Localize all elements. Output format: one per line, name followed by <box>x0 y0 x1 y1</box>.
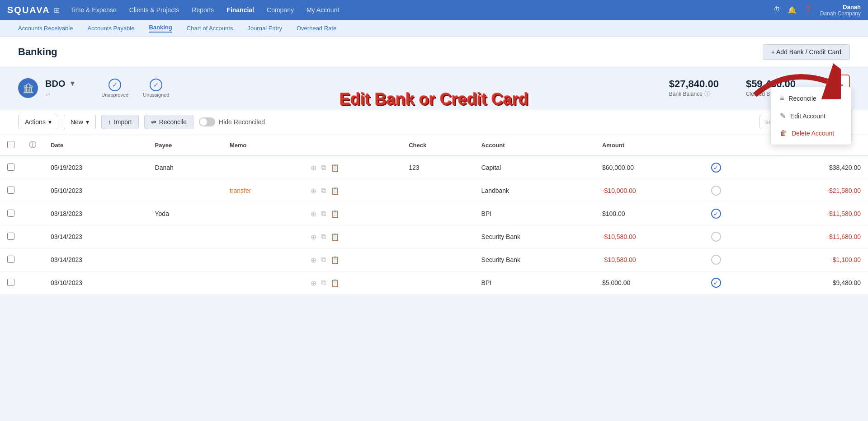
cleared-empty-icon[interactable] <box>711 232 721 242</box>
nav-my-account[interactable]: My Account <box>307 6 339 14</box>
row-checkbox-4[interactable] <box>7 256 14 263</box>
row-amount: -$10,580.00 <box>595 225 704 248</box>
copy-icon[interactable]: ⧉ <box>321 187 326 195</box>
row-checkbox-0[interactable] <box>7 164 14 171</box>
user-menu[interactable]: Danah Danah Company <box>820 4 861 17</box>
cleared-empty-icon[interactable] <box>711 255 721 265</box>
row-payee <box>148 248 222 271</box>
select-all-checkbox[interactable] <box>7 141 14 148</box>
dashboard-icon[interactable]: ⊞ <box>54 6 60 14</box>
user-company: Danah Company <box>820 10 861 17</box>
row-amount: $60,000.00 <box>595 156 704 179</box>
row-date: 03/10/2023 <box>43 271 148 295</box>
cleared-check-icon[interactable]: ✓ <box>711 209 721 219</box>
nav-time-expense[interactable]: Time & Expense <box>71 6 117 14</box>
row-action-icons: ⊕ ⧉ 📋 <box>303 156 401 179</box>
attach-icon[interactable]: 📋 <box>330 187 340 195</box>
row-amount: $5,000.00 <box>595 271 704 295</box>
row-payee <box>148 225 222 248</box>
help-icon[interactable]: ❓ <box>804 6 813 14</box>
nav-reports[interactable]: Reports <box>192 6 214 14</box>
row-action-icons: ⊕ ⧉ 📋 <box>303 202 401 225</box>
add-icon[interactable]: ⊕ <box>311 233 316 241</box>
row-check <box>401 202 474 225</box>
row-checkbox-2[interactable] <box>7 210 14 217</box>
menu-item-reconcile[interactable]: ≡ Reconcile <box>771 90 851 107</box>
copy-icon[interactable]: ⧉ <box>321 164 326 172</box>
row-memo <box>222 225 303 248</box>
add-icon[interactable]: ⊕ <box>311 187 316 195</box>
new-button[interactable]: New ▾ <box>64 115 96 129</box>
row-cleared <box>704 179 759 202</box>
edit-menu-label: Edit Account <box>790 112 826 120</box>
header-help-icon[interactable]: ⓘ <box>29 141 36 149</box>
add-icon[interactable]: ⊕ <box>311 164 316 172</box>
row-amount: -$10,580.00 <box>595 248 704 271</box>
subnav-accounts-receivable[interactable]: Accounts Receivable <box>18 25 73 32</box>
cleared-check-icon[interactable]: ✓ <box>711 163 721 173</box>
copy-icon[interactable]: ⧉ <box>321 279 326 287</box>
attach-icon[interactable]: 📋 <box>330 210 340 218</box>
copy-icon[interactable]: ⧉ <box>321 210 326 218</box>
attach-icon[interactable]: 📋 <box>330 233 340 241</box>
reconcile-button[interactable]: ⇌ Reconcile <box>144 115 193 129</box>
cleared-check-icon[interactable]: ✓ <box>711 278 721 288</box>
attach-icon[interactable]: 📋 <box>330 256 340 264</box>
row-account: BPI <box>474 202 595 225</box>
row-action-icons: ⊕ ⧉ 📋 <box>303 225 401 248</box>
th-amount: Amount <box>595 135 704 156</box>
nav-company[interactable]: Company <box>267 6 294 14</box>
row-help-cell <box>22 156 43 179</box>
import-button[interactable]: ↑ Import <box>101 115 139 129</box>
hide-reconciled-toggle[interactable] <box>199 117 215 126</box>
row-checkbox-3[interactable] <box>7 233 14 240</box>
row-check: 123 <box>401 156 474 179</box>
top-nav-right: ⏱ 🔔 ❓ Danah Danah Company <box>773 4 861 17</box>
th-help: ⓘ <box>22 135 43 156</box>
unapproved-check: ✓ <box>108 79 121 91</box>
subnav-journal-entry[interactable]: Journal Entry <box>247 25 282 32</box>
subnav-banking[interactable]: Banking <box>149 24 172 33</box>
row-action-icons: ⊕ ⧉ 📋 <box>303 179 401 202</box>
row-amount: $100.00 <box>595 202 704 225</box>
row-account: Security Bank <box>474 248 595 271</box>
table-header-row: ⓘ Date Payee Memo Check Account Amount <box>0 135 868 156</box>
nav-clients-projects[interactable]: Clients & Projects <box>129 6 179 14</box>
row-action-icons: ⊕ ⧉ 📋 <box>303 248 401 271</box>
add-bank-button[interactable]: + Add Bank / Credit Card <box>763 44 850 60</box>
row-checkbox-cell <box>0 202 22 225</box>
th-cleared <box>704 135 759 156</box>
actions-button[interactable]: Actions ▾ <box>18 115 58 129</box>
row-help-cell <box>22 248 43 271</box>
th-check: Check <box>401 135 474 156</box>
bank-dropdown-arrow[interactable]: ▼ <box>69 80 76 88</box>
table-row: 03/10/2023 ⊕ ⧉ 📋 BPI$5,000.00 ✓ $9,480.0… <box>0 271 868 295</box>
attach-icon[interactable]: 📋 <box>330 164 340 172</box>
attach-icon[interactable]: 📋 <box>330 279 340 287</box>
add-icon[interactable]: ⊕ <box>311 210 316 218</box>
row-date: 03/14/2023 <box>43 225 148 248</box>
new-chevron-icon: ▾ <box>86 118 89 126</box>
toolbar: Actions ▾ New ▾ ↑ Import ⇌ Reconcile Hid… <box>0 109 868 135</box>
page-title: Banking <box>18 46 57 58</box>
add-icon[interactable]: ⊕ <box>311 279 316 287</box>
nav-links: Time & Expense Clients & Projects Report… <box>71 6 773 14</box>
subnav-overhead-rate[interactable]: Overhead Rate <box>297 25 336 32</box>
row-checkbox-1[interactable] <box>7 187 14 194</box>
row-checkbox-cell <box>0 271 22 295</box>
copy-icon[interactable]: ⧉ <box>321 256 326 264</box>
subnav-chart-of-accounts[interactable]: Chart of Accounts <box>187 25 233 32</box>
nav-financial[interactable]: Financial <box>226 6 254 14</box>
cleared-empty-icon[interactable] <box>711 186 721 196</box>
row-checkbox-cell <box>0 248 22 271</box>
menu-item-delete-account[interactable]: 🗑 Delete Account <box>771 125 851 142</box>
unapproved-status: ✓ Unapproved <box>101 79 128 98</box>
menu-item-edit-account[interactable]: ✎ Edit Account <box>771 107 851 125</box>
row-checkbox-5[interactable] <box>7 279 14 286</box>
add-icon[interactable]: ⊕ <box>311 256 316 264</box>
import-label: Import <box>114 118 132 126</box>
timer-icon[interactable]: ⏱ <box>773 6 780 14</box>
subnav-accounts-payable[interactable]: Accounts Payable <box>87 25 134 32</box>
bell-icon[interactable]: 🔔 <box>788 6 797 14</box>
copy-icon[interactable]: ⧉ <box>321 233 326 241</box>
